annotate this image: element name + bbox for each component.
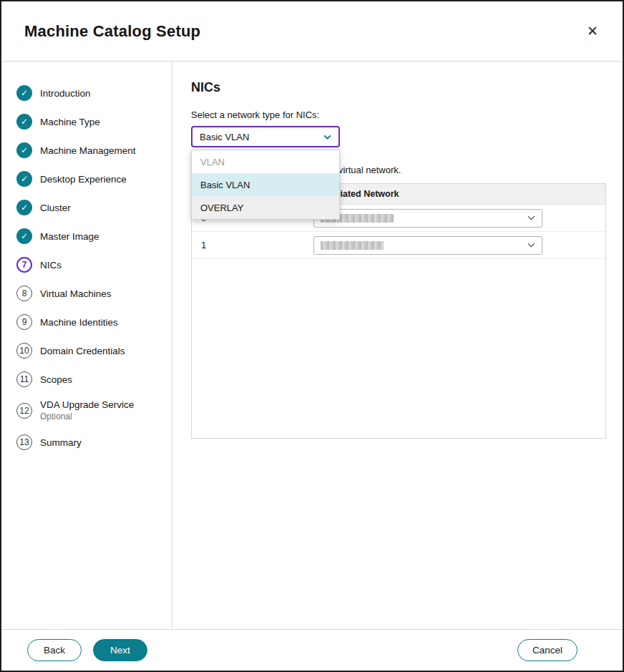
- step-number: 13: [16, 434, 32, 450]
- nic-table: NIC Associated Network 0 1: [191, 183, 606, 439]
- page-title: NICs: [191, 80, 606, 95]
- step-number: 8: [16, 286, 32, 301]
- step-label: VDA Upgrade Service: [40, 399, 134, 412]
- step-label: Master Image: [40, 231, 99, 242]
- column-header-associated-network: Associated Network: [313, 189, 605, 199]
- chevron-down-icon: [527, 215, 535, 220]
- sidebar-step-desktop-experience[interactable]: ✓ Desktop Experience: [1, 165, 172, 193]
- dialog-title: Machine Catalog Setup: [24, 22, 200, 41]
- dialog-footer: Back Next Cancel: [1, 629, 623, 671]
- sidebar-step-scopes[interactable]: 11 Scopes: [1, 365, 172, 394]
- sidebar-step-cluster[interactable]: ✓ Cluster: [1, 193, 172, 222]
- sidebar-step-introduction[interactable]: ✓ Introduction: [1, 79, 172, 107]
- dropdown-option-basic-vlan[interactable]: Basic VLAN: [192, 173, 339, 196]
- associated-network-select-0[interactable]: [313, 209, 542, 228]
- step-number: 11: [16, 371, 32, 387]
- dropdown-option-vlan[interactable]: VLAN: [192, 150, 339, 173]
- network-type-label: Select a network type for NICs:: [191, 109, 606, 120]
- step-label: Scopes: [40, 374, 72, 385]
- step-number: 9: [16, 314, 32, 330]
- step-label: Desktop Experience: [40, 174, 127, 185]
- sidebar-step-summary[interactable]: 13 Summary: [1, 428, 172, 457]
- step-label: Cluster: [40, 203, 71, 213]
- sidebar-step-vda-upgrade-service[interactable]: 12 VDA Upgrade Service Optional: [1, 394, 172, 428]
- step-complete-icon: ✓: [16, 142, 32, 158]
- machine-catalog-setup-dialog: Machine Catalog Setup ✕ ✓ Introduction ✓…: [0, 0, 624, 672]
- step-complete-icon: ✓: [16, 114, 32, 130]
- nics-step-content: NICs Select a network type for NICs: Bas…: [172, 62, 624, 629]
- dialog-header: Machine Catalog Setup ✕: [1, 1, 623, 62]
- step-number: 10: [16, 343, 32, 359]
- step-label: Summary: [40, 437, 82, 448]
- wizard-stepper: ✓ Introduction ✓ Machine Type ✓ Machine …: [1, 62, 172, 629]
- next-button[interactable]: Next: [93, 639, 147, 661]
- step-complete-icon: ✓: [16, 85, 32, 101]
- step-label: Introduction: [40, 88, 91, 99]
- step-label: Domain Credentials: [40, 346, 125, 356]
- sidebar-step-machine-identities[interactable]: 9 Machine Identities: [1, 308, 172, 336]
- step-label: NICs: [40, 260, 62, 271]
- dropdown-option-overlay[interactable]: OVERLAY: [192, 196, 339, 219]
- back-button[interactable]: Back: [27, 639, 82, 661]
- sidebar-step-master-image[interactable]: ✓ Master Image: [1, 222, 172, 250]
- redacted-network-value: [321, 241, 384, 250]
- chevron-down-icon: [527, 243, 535, 248]
- sidebar-step-machine-type[interactable]: ✓ Machine Type: [1, 107, 172, 136]
- step-complete-icon: ✓: [16, 200, 32, 215]
- table-row: 1: [192, 232, 605, 259]
- step-number: 7: [16, 257, 32, 273]
- associated-network-select-1[interactable]: [313, 236, 542, 255]
- step-complete-icon: ✓: [16, 171, 32, 187]
- step-label: Machine Identities: [40, 317, 118, 328]
- network-type-select[interactable]: Basic VLAN: [191, 126, 340, 147]
- step-number: 12: [16, 403, 32, 419]
- network-type-selected-value: Basic VLAN: [200, 132, 249, 142]
- step-label: Machine Management: [40, 145, 136, 156]
- step-label: Machine Type: [40, 117, 100, 127]
- step-sublabel: Optional: [40, 412, 134, 423]
- chevron-down-icon: [323, 135, 331, 140]
- step-complete-icon: ✓: [16, 228, 32, 244]
- sidebar-step-machine-management[interactable]: ✓ Machine Management: [1, 136, 172, 165]
- close-icon[interactable]: ✕: [584, 21, 601, 41]
- cancel-button[interactable]: Cancel: [517, 639, 577, 661]
- network-type-dropdown-list: VLAN Basic VLAN OVERLAY: [191, 150, 340, 220]
- sidebar-step-virtual-machines[interactable]: 8 Virtual Machines: [1, 279, 172, 308]
- nic-id-cell: 1: [192, 240, 313, 250]
- sidebar-step-domain-credentials[interactable]: 10 Domain Credentials: [1, 336, 172, 365]
- sidebar-step-nics[interactable]: 7 NICs: [1, 250, 172, 279]
- step-label: Virtual Machines: [40, 288, 112, 299]
